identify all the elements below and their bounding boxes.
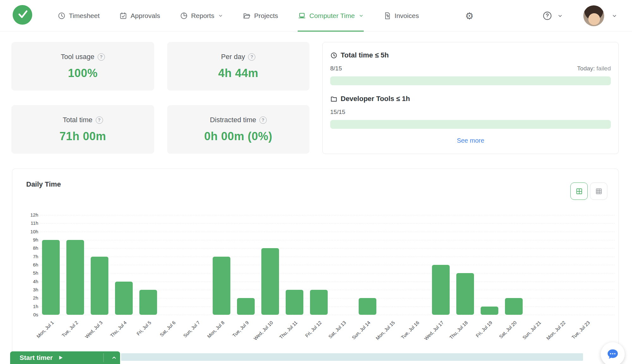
card-label: Total time: [63, 116, 92, 124]
play-icon: [58, 355, 64, 361]
help-icon[interactable]: ?: [96, 116, 103, 124]
chart-bar[interactable]: [42, 240, 60, 315]
x-axis-label: Fri, Jul 19: [475, 320, 493, 338]
gear-icon[interactable]: ⚙: [465, 0, 474, 32]
nav-item-approvals[interactable]: Approvals: [119, 0, 160, 32]
card-label: Distracted time: [210, 116, 256, 124]
start-timer-button[interactable]: Start timer: [10, 351, 120, 364]
chart-bar[interactable]: [213, 257, 230, 315]
y-axis-label: 7h: [12, 254, 38, 259]
gridline: [40, 215, 615, 215]
x-axis-label: Wed, Jul 3: [84, 320, 103, 339]
nav-label: Approvals: [131, 12, 160, 20]
chart-bar[interactable]: [481, 307, 498, 315]
goal-title-row: Developer Tools ≤ 1h: [330, 95, 611, 103]
x-axis-label: Mon, Jul 8: [206, 320, 225, 339]
chart-bar[interactable]: [115, 282, 133, 315]
gridline: [40, 273, 615, 273]
nav-item-projects[interactable]: Projects: [243, 0, 278, 32]
avatar[interactable]: [583, 5, 604, 26]
goal-title-row: Total time ≤ 5h: [330, 51, 611, 59]
chevron-up-icon[interactable]: [108, 351, 120, 364]
gridline: [40, 232, 615, 232]
nav-item-timesheet[interactable]: Timesheet: [58, 0, 100, 32]
chart-bar[interactable]: [139, 290, 157, 315]
x-axis-label: Thu, Jul 11: [278, 320, 298, 340]
chart-bar[interactable]: [456, 273, 474, 315]
nav-label: Projects: [254, 12, 278, 20]
y-axis-label: 4h: [12, 279, 38, 284]
computer-time-page: Timesheet Approvals Reports: [0, 0, 632, 364]
see-more-link[interactable]: See more: [330, 137, 611, 144]
top-navigation: Timesheet Approvals Reports: [0, 0, 632, 32]
y-axis-label: 3h: [12, 287, 38, 292]
chart-range-scrollbar[interactable]: [121, 353, 583, 361]
chart-bar[interactable]: [91, 257, 108, 315]
x-axis-label: Mon, Jul 22: [545, 320, 566, 341]
card-value: 71h 00m: [59, 130, 106, 143]
chart-bar[interactable]: [237, 298, 255, 315]
goal-progress-bar: [330, 76, 611, 85]
chart-bar[interactable]: [359, 298, 376, 315]
x-axis-label: Sun, Jul 7: [182, 320, 201, 338]
daily-time-bar-chart: 0s1h2h3h4h5h6h7h8h9h10h11h12hMon, Jul 1T…: [12, 169, 619, 364]
goal-progress-bar: [330, 120, 611, 129]
help-icon[interactable]: ?: [259, 116, 267, 124]
y-axis-label: 8h: [12, 245, 38, 251]
x-axis-label: Sat, Jul 20: [498, 320, 518, 339]
y-axis-label: 11h: [12, 220, 38, 226]
help-icon[interactable]: ?: [98, 53, 105, 61]
chart-bar[interactable]: [286, 290, 303, 315]
card-label: Per day: [221, 53, 245, 61]
chevron-down-icon: [359, 13, 364, 18]
calendar-check-icon: [119, 12, 127, 20]
chart-bar[interactable]: [432, 265, 450, 315]
nav-label: Computer Time: [309, 12, 355, 20]
chart-bar[interactable]: [66, 240, 84, 315]
chevron-down-icon: [612, 13, 617, 19]
chart-bar[interactable]: [261, 248, 279, 315]
y-axis-label: 10h: [12, 229, 38, 234]
gridline: [40, 240, 615, 240]
start-timer-label: Start timer: [20, 354, 53, 361]
help-icon: [542, 11, 552, 21]
y-axis-label: 0s: [12, 312, 38, 317]
chart-bar[interactable]: [505, 298, 523, 315]
folder-icon: [330, 95, 337, 103]
app-logo[interactable]: [13, 5, 32, 25]
gridline: [40, 257, 615, 257]
x-axis-label: Wed, Jul 10: [252, 320, 274, 341]
folder-icon: [243, 12, 251, 20]
y-axis-label: 5h: [12, 270, 38, 276]
x-axis-label: Sat, Jul 13: [327, 320, 347, 339]
account-menu-chevron[interactable]: [612, 0, 617, 32]
x-axis-label: Mon, Jul 1: [35, 320, 55, 339]
x-axis-label: Fri, Jul 12: [304, 320, 323, 338]
pie-chart-icon: [180, 12, 188, 20]
x-axis-label: Tue, Jul 16: [400, 320, 420, 340]
logo-check-icon: [16, 9, 29, 21]
card-value: 4h 44m: [218, 67, 258, 80]
nav-item-reports[interactable]: Reports: [180, 0, 223, 32]
nav-item-invoices[interactable]: Invoices: [383, 0, 419, 32]
help-menu[interactable]: [542, 0, 563, 32]
card-per-day: Per day ? 4h 44m: [167, 42, 309, 91]
chat-widget-button[interactable]: [601, 342, 625, 364]
nav-item-computer-time[interactable]: Computer Time: [298, 0, 364, 32]
x-axis-label: Thu, Jul 4: [109, 320, 128, 338]
help-icon[interactable]: ?: [248, 53, 255, 61]
clock-icon: [58, 12, 66, 20]
x-axis-label: Tue, Jul 23: [570, 320, 591, 340]
y-axis-label: 9h: [12, 237, 38, 242]
invoice-icon: [383, 12, 392, 20]
card-tool-usage: Tool usage ? 100%: [11, 42, 154, 91]
goal-count: 15/15: [330, 109, 345, 116]
nav-label: Reports: [191, 12, 215, 20]
chevron-down-icon: [557, 13, 563, 19]
chart-bar[interactable]: [310, 290, 328, 315]
card-distracted-time: Distracted time ? 0h 00m (0%): [167, 105, 309, 154]
card-label: Tool usage: [61, 53, 94, 61]
card-total-time: Total time ? 71h 00m: [11, 105, 154, 154]
y-axis-label: 12h: [12, 212, 38, 218]
laptop-icon: [298, 12, 306, 20]
